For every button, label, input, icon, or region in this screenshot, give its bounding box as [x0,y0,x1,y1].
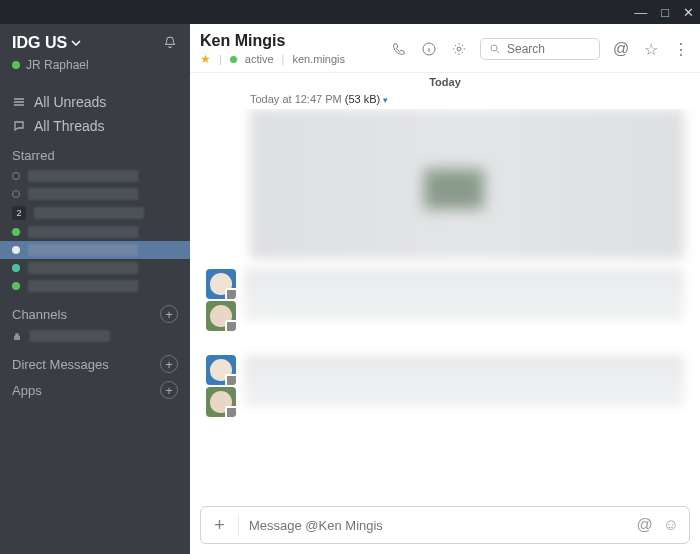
starred-item[interactable] [0,167,190,185]
all-threads-link[interactable]: All Threads [0,114,190,138]
avatar[interactable] [206,301,236,331]
starred-item[interactable] [0,277,190,295]
username-label: ken.mingis [292,53,345,65]
message-input[interactable] [239,518,636,533]
threads-icon [12,119,26,133]
svg-point-2 [491,45,497,51]
starred-heading[interactable]: Starred [0,138,190,167]
redacted-label [28,244,138,256]
presence-away-icon [12,190,20,198]
presence-active-icon [12,246,20,254]
dropdown-caret-icon[interactable]: ▾ [383,95,388,105]
redacted-label [28,226,138,238]
unread-badge: 2 [12,206,26,220]
star-items-button[interactable]: ☆ [642,40,660,58]
starred-item[interactable]: 2 [0,203,190,223]
starred-item[interactable] [0,259,190,277]
settings-button[interactable] [450,40,468,58]
redacted-label [28,188,138,200]
add-app-button[interactable]: + [160,381,178,399]
nav-label: All Threads [34,118,105,134]
conversation-title[interactable]: Ken Mingis [200,32,345,50]
redacted-label [34,207,144,219]
star-icon[interactable]: ★ [200,52,211,66]
file-size: (53 kB) [345,93,380,105]
info-icon [421,41,437,57]
conversation-panel: Ken Mingis ★ | active | ken.mingis [190,24,700,554]
emoji-button[interactable]: ☺ [663,516,679,534]
bell-icon [162,35,178,51]
sidebar: IDG US JR Raphael All Unreads All Thread… [0,24,190,554]
at-icon: @ [636,516,652,533]
presence-away-icon [12,172,20,180]
message-row [190,353,700,419]
presence-active-icon [12,228,20,236]
mention-button[interactable]: @ [636,516,652,534]
add-dm-button[interactable]: + [160,355,178,373]
redacted-message [244,269,684,321]
redacted-label [28,262,138,274]
at-icon: @ [613,40,629,58]
star-outline-icon: ☆ [644,40,658,59]
conversation-header: Ken Mingis ★ | active | ken.mingis [190,24,700,73]
mentions-button[interactable]: @ [612,40,630,58]
redacted-label [30,330,110,342]
channels-heading[interactable]: Channels + [0,295,190,327]
gear-icon [451,41,467,57]
info-button[interactable] [420,40,438,58]
apps-heading[interactable]: Apps + [0,377,190,403]
workspace-switcher[interactable]: IDG US [12,34,81,52]
starred-item-selected[interactable] [0,241,190,259]
avatar[interactable] [206,269,236,299]
date-divider: Today [190,73,700,91]
redacted-message [244,355,684,407]
close-button[interactable]: ✕ [683,5,694,20]
presence-dnd-icon [12,264,20,272]
nav-label: All Unreads [34,94,106,110]
message-composer: + @ ☺ [200,506,690,544]
more-button[interactable]: ⋮ [672,40,690,58]
redacted-label [28,170,138,182]
avatar[interactable] [206,387,236,417]
avatar[interactable] [206,355,236,385]
starred-item[interactable] [0,223,190,241]
workspace-name: IDG US [12,34,67,52]
svg-point-1 [457,47,461,51]
search-box[interactable] [480,38,600,60]
call-button[interactable] [390,40,408,58]
file-meta[interactable]: Today at 12:47 PM (53 kB) ▾ [190,91,700,109]
current-user[interactable]: JR Raphael [0,58,190,82]
image-attachment[interactable] [250,109,684,259]
timestamp: Today at 12:47 PM [250,93,342,105]
window-titlebar: — □ ✕ [0,0,700,24]
starred-item[interactable] [0,185,190,203]
minimize-button[interactable]: — [634,5,647,20]
channel-item[interactable] [0,327,190,345]
message-list [190,109,700,498]
search-icon [489,43,501,55]
redacted-label [28,280,138,292]
search-input[interactable] [507,42,587,56]
notifications-button[interactable] [162,35,178,51]
dms-heading[interactable]: Direct Messages + [0,345,190,377]
unreads-icon [12,95,26,109]
add-channel-button[interactable]: + [160,305,178,323]
presence-dot-icon [12,61,20,69]
status-label: active [245,53,274,65]
chevron-down-icon [71,38,81,48]
message-row [190,267,700,333]
all-unreads-link[interactable]: All Unreads [0,90,190,114]
smile-icon: ☺ [663,516,679,533]
more-vertical-icon: ⋮ [673,40,689,59]
presence-active-icon [12,282,20,290]
maximize-button[interactable]: □ [661,5,669,20]
lock-icon [12,331,22,341]
phone-icon [391,41,407,57]
attach-button[interactable]: + [201,515,239,536]
current-user-name: JR Raphael [26,58,89,72]
presence-active-icon [230,56,237,63]
